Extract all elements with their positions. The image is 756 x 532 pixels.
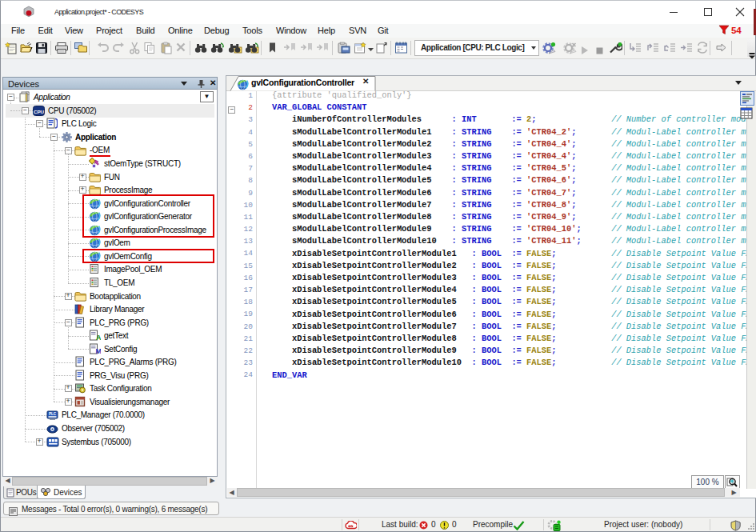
- svg-text:CPU: CPU: [33, 108, 44, 114]
- svg-text:A: A: [96, 334, 101, 341]
- svg-text:PLC: PLC: [49, 412, 57, 416]
- svg-text:M: M: [95, 347, 100, 354]
